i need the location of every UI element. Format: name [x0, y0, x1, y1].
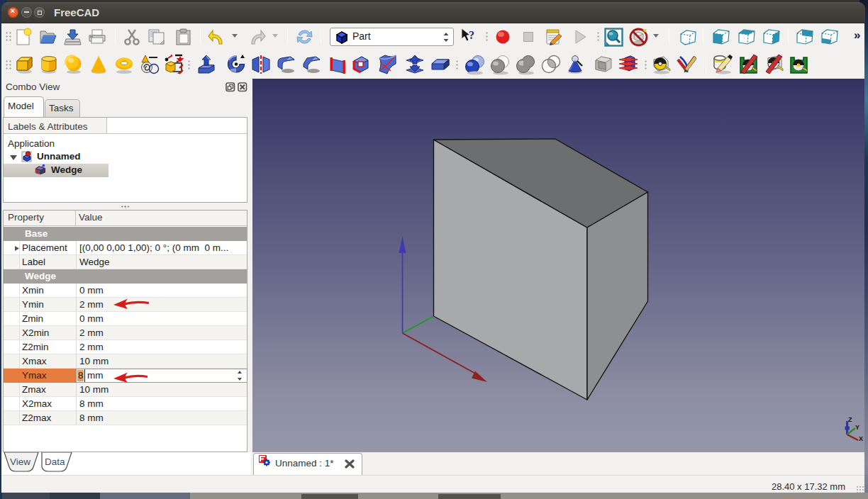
svg-text:Z: Z [848, 416, 852, 423]
svg-text:X: X [859, 435, 863, 442]
svg-text:?: ? [469, 29, 474, 41]
svg-text:Y: Y [855, 424, 859, 431]
